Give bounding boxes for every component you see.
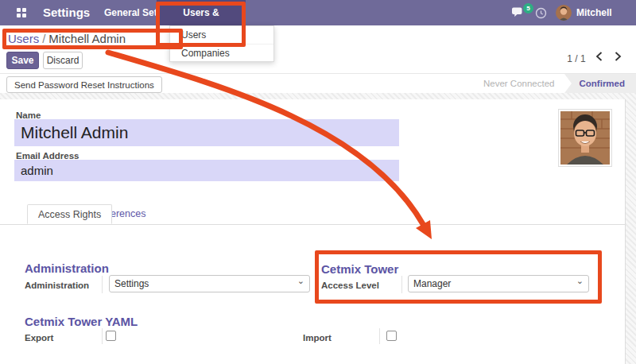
administration-select[interactable]: Settings	[109, 275, 310, 292]
access-level-select[interactable]: Manager	[408, 275, 589, 292]
breadcrumb-separator: /	[39, 32, 48, 45]
email-input[interactable]	[14, 160, 399, 181]
user-avatar-small[interactable]	[556, 5, 572, 21]
name-input[interactable]	[14, 119, 399, 146]
top-navbar: Settings General Settings Users & Compan…	[0, 0, 636, 25]
user-name-topbar[interactable]: Mitchell Admin	[576, 0, 636, 25]
user-photo[interactable]	[558, 109, 612, 167]
import-checkbox[interactable]	[386, 331, 397, 341]
save-button[interactable]: Save	[6, 52, 39, 69]
statusbar: Never Connected Confirmed	[483, 74, 636, 93]
divider	[102, 328, 103, 344]
dropdown-item-companies[interactable]: Companies	[170, 44, 273, 61]
access-level-select-wrap: Manager	[408, 275, 589, 292]
status-never-connected[interactable]: Never Connected	[483, 74, 564, 93]
app-title: Settings	[43, 0, 90, 25]
statusbar-arrow-notch	[564, 74, 572, 93]
apps-grid-icon[interactable]	[17, 8, 27, 18]
breadcrumb-users-link[interactable]: Users	[8, 32, 39, 45]
messages-count-badge: 5	[523, 3, 533, 14]
pager-value: 1 / 1	[563, 53, 590, 64]
activities-clock-icon[interactable]	[535, 7, 547, 19]
group-title-administration: Administration	[25, 261, 109, 275]
settings-app-window: Settings General Settings Users & Compan…	[0, 0, 636, 364]
export-field-label: Export	[25, 333, 53, 343]
status-confirmed-wrap[interactable]: Confirmed	[564, 74, 636, 93]
tab-access-rights[interactable]: Access Rights	[27, 204, 112, 224]
dropdown-item-users[interactable]: Users	[170, 26, 273, 44]
breadcrumb: Users/Mitchell Admin	[8, 32, 126, 45]
chevron-right-icon	[615, 52, 622, 61]
divider	[102, 276, 103, 293]
status-confirmed: Confirmed	[572, 79, 636, 88]
administration-select-wrap: Settings	[109, 275, 310, 292]
pager-next-button[interactable]	[611, 50, 624, 64]
export-checkbox[interactable]	[106, 331, 116, 341]
divider	[401, 276, 402, 293]
chevron-left-icon	[595, 52, 603, 61]
import-field-label: Import	[303, 333, 332, 343]
divider	[379, 328, 380, 344]
access-level-field-label: Access Level	[321, 281, 379, 290]
send-password-reset-button[interactable]: Send Password Reset Instructions	[6, 76, 162, 93]
users-companies-dropdown: Users Companies	[169, 25, 274, 62]
breadcrumb-current: Mitchell Admin	[48, 32, 126, 45]
group-title-cetmix-tower: Cetmix Tower	[321, 262, 398, 276]
administration-field-label: Administration	[25, 281, 89, 290]
menu-users-and-companies[interactable]: Users & Companies	[157, 0, 246, 25]
pager-previous-button[interactable]	[592, 50, 605, 64]
group-title-cetmix-tower-yaml: Cetmix Tower YAML	[25, 315, 138, 328]
discard-button[interactable]: Discard	[43, 52, 83, 69]
